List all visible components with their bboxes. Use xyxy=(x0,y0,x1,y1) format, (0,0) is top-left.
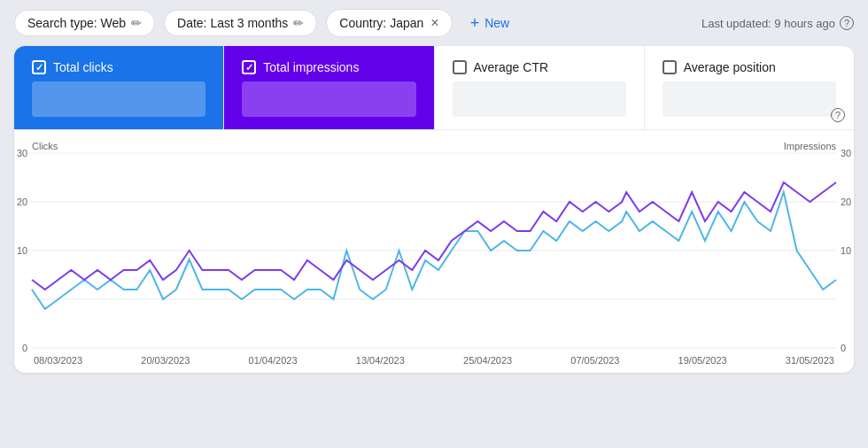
checkbox-average-position[interactable] xyxy=(663,60,677,74)
edit-icon: ✏ xyxy=(293,16,304,30)
filter-country-label: Country: Japan xyxy=(339,16,423,30)
new-button-label: New xyxy=(484,16,509,30)
chart-axis-labels: Clicks Impressions xyxy=(32,141,836,151)
metric-total-impressions-label-row: Total impressions xyxy=(242,60,415,74)
metric-average-ctr-label-row: Average CTR xyxy=(453,60,626,74)
metric-average-position-label-row: Average position xyxy=(663,60,836,74)
checkbox-total-impressions[interactable] xyxy=(242,60,256,74)
close-icon[interactable]: × xyxy=(430,15,438,31)
metric-average-ctr-label: Average CTR xyxy=(474,60,549,74)
svg-text:0: 0 xyxy=(841,343,846,353)
metric-average-position-value xyxy=(663,81,836,117)
x-label-1: 08/03/2023 xyxy=(34,355,82,366)
x-label-2: 20/03/2023 xyxy=(141,355,190,366)
chart-svg-container: 30 20 10 0 30 20 10 0 xyxy=(32,153,836,351)
x-label-7: 19/05/2023 xyxy=(678,355,727,366)
help-icon[interactable]: ? xyxy=(840,16,854,30)
new-button[interactable]: + New xyxy=(461,9,519,38)
metrics-row: Total clicks Total impressions Average C… xyxy=(14,46,854,130)
x-label-5: 25/04/2023 xyxy=(463,355,512,366)
metric-total-clicks-value xyxy=(32,81,205,117)
x-label-8: 31/05/2023 xyxy=(786,355,834,366)
metric-total-clicks[interactable]: Total clicks xyxy=(14,46,224,129)
chart-area: Clicks Impressions 30 20 10 0 30 20 10 xyxy=(14,130,854,373)
x-axis-labels: 08/03/2023 20/03/2023 01/04/2023 13/04/2… xyxy=(34,351,834,366)
last-updated: Last updated: 9 hours ago ? xyxy=(701,16,854,30)
y-axis-right-label: Impressions xyxy=(784,141,836,151)
svg-text:0: 0 xyxy=(22,343,27,353)
position-help-icon[interactable]: ? xyxy=(831,108,845,122)
edit-icon: ✏ xyxy=(131,16,142,30)
main-card: Total clicks Total impressions Average C… xyxy=(14,46,854,373)
svg-text:10: 10 xyxy=(841,245,851,256)
metric-total-impressions[interactable]: Total impressions xyxy=(224,46,434,129)
x-label-4: 13/04/2023 xyxy=(356,355,405,366)
plus-icon: + xyxy=(470,14,480,33)
top-bar: Search type: Web ✏ Date: Last 3 months ✏… xyxy=(0,0,868,46)
svg-text:30: 30 xyxy=(17,148,27,158)
svg-text:10: 10 xyxy=(17,245,27,256)
metric-average-ctr-value xyxy=(453,81,626,117)
chart-svg: 30 20 10 0 30 20 10 0 xyxy=(32,153,836,348)
svg-text:20: 20 xyxy=(841,197,851,207)
metric-total-impressions-value xyxy=(242,81,415,117)
x-label-3: 01/04/2023 xyxy=(249,355,298,366)
metric-total-clicks-label: Total clicks xyxy=(53,60,113,74)
filter-search-type-label: Search type: Web xyxy=(27,16,126,30)
svg-text:20: 20 xyxy=(17,197,27,207)
filter-date-label: Date: Last 3 months xyxy=(177,16,288,30)
last-updated-text: Last updated: 9 hours ago xyxy=(701,17,835,30)
metric-total-impressions-label: Total impressions xyxy=(263,60,359,74)
checkbox-average-ctr[interactable] xyxy=(453,60,467,74)
purple-line xyxy=(32,182,836,290)
y-axis-left-label: Clicks xyxy=(32,141,58,151)
filter-date[interactable]: Date: Last 3 months ✏ xyxy=(164,10,317,36)
x-label-6: 07/05/2023 xyxy=(570,355,619,366)
metric-average-position[interactable]: Average position ? xyxy=(645,46,854,129)
filter-search-type[interactable]: Search type: Web ✏ xyxy=(14,10,155,36)
filter-country[interactable]: Country: Japan × xyxy=(326,9,452,37)
svg-text:30: 30 xyxy=(841,148,851,158)
metric-average-position-label: Average position xyxy=(684,60,776,74)
checkbox-total-clicks[interactable] xyxy=(32,60,46,74)
metric-help: ? xyxy=(831,106,845,122)
metric-total-clicks-label-row: Total clicks xyxy=(32,60,205,74)
metric-average-ctr[interactable]: Average CTR xyxy=(435,46,645,129)
